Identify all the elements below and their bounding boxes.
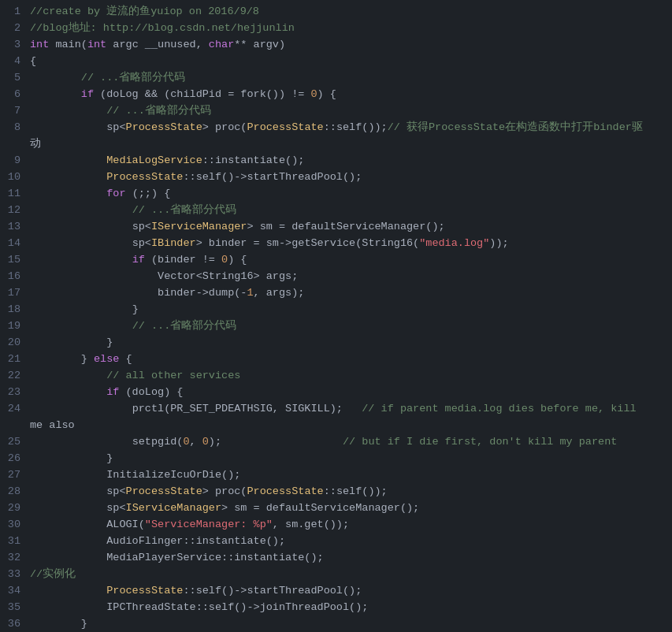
- line-number-11: 10: [6, 169, 20, 185]
- line-number-14: 13: [6, 218, 20, 235]
- code-line-27: setpgid(0, 0); // but if I die first, do…: [30, 433, 666, 450]
- code-line-24: if (doLog) {: [30, 384, 666, 400]
- line-number-3: 3: [6, 36, 20, 53]
- code-line-32: ALOGI("ServiceManager: %p", sm.get());: [30, 516, 666, 533]
- line-number-22: 21: [6, 351, 20, 367]
- line-number-30: 28: [6, 483, 20, 500]
- code-line-18: binder->dump(-1, args);: [30, 284, 666, 301]
- code-line-17: Vector<String16> args;: [30, 268, 666, 284]
- line-number-16: 15: [6, 251, 20, 268]
- line-number-12: 11: [6, 185, 20, 202]
- code-line-37: IPCThreadState::self()->joinThreadPool()…: [30, 599, 666, 615]
- code-line-26: me also: [30, 417, 666, 433]
- code-line-25: prctl(PR_SET_PDEATHSIG, SIGKILL); // if …: [30, 400, 666, 417]
- line-number-20: 19: [6, 318, 20, 334]
- code-line-38: }: [30, 615, 666, 632]
- code-line-22: } else {: [30, 351, 666, 367]
- code-line-10: MediaLogService::instantiate();: [30, 152, 666, 169]
- code-line-3: int main(int argc __unused, char** argv): [30, 36, 666, 53]
- code-line-4: {: [30, 53, 666, 69]
- code-line-13: // ...省略部分代码: [30, 202, 666, 218]
- line-number-7: 7: [6, 102, 20, 119]
- line-number-17: 16: [6, 268, 20, 284]
- line-number-6: 6: [6, 86, 20, 102]
- code-line-36: ProcessState::self()->startThreadPool();: [30, 582, 666, 599]
- line-number-24: 23: [6, 384, 20, 400]
- line-number-2: 2: [6, 20, 20, 36]
- line-number-29: 27: [6, 467, 20, 483]
- code-line-2: //blog地址: http://blog.csdn.net/hejjunlin: [30, 20, 666, 36]
- line-number-35: 33: [6, 566, 20, 582]
- line-number-33: 31: [6, 533, 20, 549]
- code-content[interactable]: //create by 逆流的鱼yuiop on 2016/9/8//blog地…: [30, 3, 672, 632]
- code-line-33: AudioFlinger::instantiate();: [30, 533, 666, 549]
- code-line-30: sp<ProcessState> proc(ProcessState::self…: [30, 483, 666, 500]
- line-number-23: 22: [6, 367, 20, 384]
- code-line-19: }: [30, 301, 666, 318]
- line-number-19: 18: [6, 301, 20, 318]
- line-number-21: 20: [6, 334, 20, 351]
- line-number-31: 29: [6, 500, 20, 516]
- line-number-27: 25: [6, 433, 20, 450]
- code-line-21: }: [30, 334, 666, 351]
- line-number-18: 17: [6, 284, 20, 301]
- line-number-38: 36: [6, 615, 20, 632]
- code-line-14: sp<IServiceManager> sm = defaultServiceM…: [30, 218, 666, 235]
- line-number-8: 8: [6, 119, 20, 136]
- code-line-16: if (binder != 0) {: [30, 251, 666, 268]
- code-line-28: }: [30, 450, 666, 467]
- line-number-28: 26: [6, 450, 20, 467]
- code-line-15: sp<IBinder> binder = sm->getService(Stri…: [30, 235, 666, 251]
- code-line-35: //实例化: [30, 566, 666, 582]
- line-number-9: [6, 136, 20, 152]
- code-line-29: InitializeIcuOrDie();: [30, 467, 666, 483]
- code-line-31: sp<IServiceManager> sm = defaultServiceM…: [30, 500, 666, 516]
- line-number-15: 14: [6, 235, 20, 251]
- code-line-23: // all other services: [30, 367, 666, 384]
- code-line-8: sp<ProcessState> proc(ProcessState::self…: [30, 119, 666, 136]
- code-line-34: MediaPlayerService::instantiate();: [30, 549, 666, 566]
- line-number-4: 4: [6, 53, 20, 69]
- code-line-6: if (doLog && (childPid = fork()) != 0) {: [30, 86, 666, 102]
- line-number-5: 5: [6, 69, 20, 86]
- line-number-25: 24: [6, 400, 20, 417]
- code-line-7: // ...省略部分代码: [30, 102, 666, 119]
- line-number-13: 12: [6, 202, 20, 218]
- code-line-9: 动: [30, 136, 666, 152]
- code-line-20: // ...省略部分代码: [30, 318, 666, 334]
- line-number-10: 9: [6, 152, 20, 169]
- line-number-gutter: 1234567891011121314151617181920212223242…: [0, 3, 30, 632]
- line-number-34: 32: [6, 549, 20, 566]
- line-number-1: 1: [6, 3, 20, 20]
- code-line-5: // ...省略部分代码: [30, 69, 666, 86]
- code-editor: 1234567891011121314151617181920212223242…: [0, 0, 672, 632]
- line-number-32: 30: [6, 516, 20, 533]
- line-number-37: 35: [6, 599, 20, 615]
- code-line-12: for (;;) {: [30, 185, 666, 202]
- code-line-1: //create by 逆流的鱼yuiop on 2016/9/8: [30, 3, 666, 20]
- line-number-26: [6, 417, 20, 433]
- line-number-36: 34: [6, 582, 20, 599]
- code-line-11: ProcessState::self()->startThreadPool();: [30, 169, 666, 185]
